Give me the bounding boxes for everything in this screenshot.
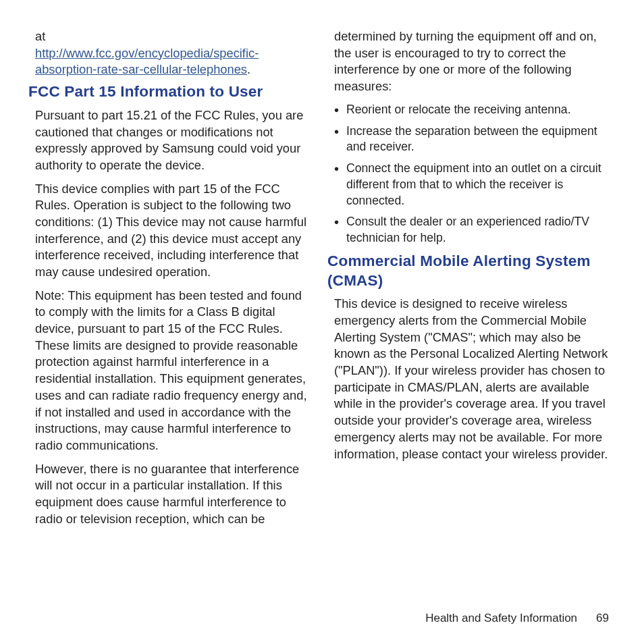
paragraph-1: Pursuant to part 15.21 of the FCC Rules,… xyxy=(35,107,310,174)
list-item: Consult the dealer or an experienced rad… xyxy=(334,214,609,246)
heading-cmas: Commercial Mobile Alerting System (CMAS) xyxy=(327,252,609,291)
list-item: Increase the separation between the equi… xyxy=(334,124,609,156)
fcc-link[interactable]: http://www.fcc.gov/encyclopedia/specific… xyxy=(35,46,259,77)
measures-list: Reorient or relocate the receiving anten… xyxy=(334,102,609,246)
intro-prefix: at xyxy=(35,29,45,43)
paragraph-3: Note: This equipment has been tested and… xyxy=(35,288,310,454)
list-item: Connect the equipment into an outlet on … xyxy=(334,161,609,209)
page-number: 69 xyxy=(596,612,609,625)
intro-suffix: . xyxy=(247,62,250,76)
left-column: at http://www.fcc.gov/encyclopedia/speci… xyxy=(35,28,310,601)
footer-section-title: Health and Safety Information xyxy=(425,612,577,625)
intro-text: at http://www.fcc.gov/encyclopedia/speci… xyxy=(35,28,310,78)
paragraph-2: This device complies with part 15 of the… xyxy=(35,181,310,281)
paragraph-6: This device is designed to receive wirel… xyxy=(334,296,609,462)
paragraph-4: However, there is no guarantee that inte… xyxy=(35,461,310,528)
page-footer: Health and Safety Information 69 xyxy=(425,612,609,625)
two-column-layout: at http://www.fcc.gov/encyclopedia/speci… xyxy=(35,28,609,601)
right-column: determined by turning the equipment off … xyxy=(334,28,609,601)
paragraph-5: determined by turning the equipment off … xyxy=(334,28,609,95)
heading-fcc-part-15: FCC Part 15 Information to User xyxy=(28,82,310,102)
list-item: Reorient or relocate the receiving anten… xyxy=(334,102,609,118)
